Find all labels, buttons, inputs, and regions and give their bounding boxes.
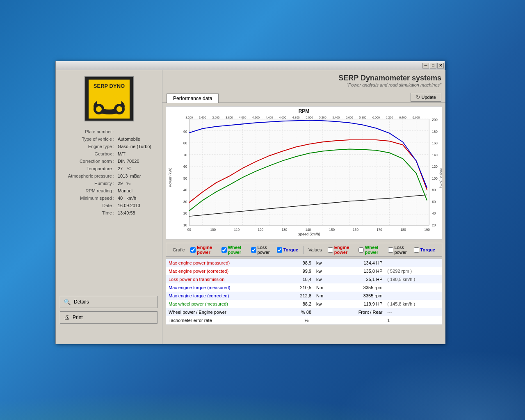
field-label: Type of vehicle : [61,136,116,142]
values-loss-power-checkbox[interactable] [388,247,393,253]
svg-text:6.400: 6.400 [399,116,406,119]
svg-text:10: 10 [183,224,187,227]
svg-text:5.400: 5.400 [332,116,340,119]
value-col: 210,5 [282,283,314,292]
svg-text:70: 70 [183,153,187,157]
value-col: % 88 [282,308,314,316]
app-window: ─ □ ✕ SERP DYNO [55,61,445,344]
svg-text:5.000: 5.000 [306,116,313,119]
grafic-torque-checkbox[interactable] [277,247,282,253]
field-value: 1013 mBar [116,173,157,179]
details-button[interactable]: 🔍 Details [60,296,158,308]
tab-performance-data[interactable]: Performance data [167,94,219,103]
values-loss-power[interactable]: Loss power [388,245,411,255]
svg-text:120: 120 [258,228,263,232]
grafic-engine-power[interactable]: Engine power [190,245,218,255]
svg-text:150: 150 [329,228,335,232]
value-col: 99,9 [282,267,314,275]
grafic-legend-section: Grafic Engine power Wheel power Loss pow… [169,245,301,255]
svg-text:170: 170 [377,228,382,232]
hp-col [335,316,385,324]
svg-text:3.600: 3.600 [212,116,219,119]
extra-col: 1 [385,316,442,324]
values-engine-power-checkbox[interactable] [328,247,333,253]
maximize-button[interactable]: □ [430,63,436,68]
field-label: Time : [61,210,116,216]
svg-text:5.800: 5.800 [359,116,367,119]
svg-text:6.600: 6.600 [413,116,420,119]
svg-text:80: 80 [183,142,187,145]
print-button[interactable]: 🖨 Print [60,311,158,324]
grafic-loss-power-checkbox[interactable] [251,247,256,253]
sidebar: SERP DYNO Plate number : Type of vehicle… [56,70,162,344]
field-value: 27 °C [116,165,157,172]
field-label: Temparature : [61,165,116,172]
extra-col [385,292,442,300]
print-icon: 🖨 [64,314,69,321]
unit-col: Nm [314,292,335,300]
field-label: RPM reading : [61,187,116,194]
svg-text:20: 20 [183,212,187,215]
legend-bar: Grafic Engine power Wheel power Loss pow… [166,243,442,257]
unit-col: kw [314,259,335,267]
title-bar: ─ □ ✕ [56,61,445,70]
grafic-engine-power-checkbox[interactable] [190,247,196,253]
unit-col [314,316,335,324]
legend-divider [303,246,304,254]
svg-text:90: 90 [183,130,187,134]
values-wheel-power[interactable]: Wheel power [358,245,385,255]
table-row: Loss power on transmission 18,4 kw 25,1 … [166,275,442,283]
field-label: Gearbox : [61,151,116,157]
svg-text:190: 190 [424,228,430,232]
table-row: Max wheel power (measured) 88,2 kw 119,9… [166,300,442,308]
values-torque-checkbox[interactable] [414,247,419,253]
hp-col: 25,1 HP [335,275,385,283]
close-button[interactable]: ✕ [437,63,444,68]
search-icon: 🔍 [64,299,71,305]
data-table: Max engine power (measured) 98,9 kw 134,… [166,258,442,325]
extra-col [385,259,442,267]
tab-bar: Performance data ↻ Update [162,91,445,103]
grafic-wheel-power[interactable]: Wheel power [221,245,248,255]
row-label: Max wheel power (measured) [166,300,282,308]
hp-col: 3355 rpm [335,283,385,292]
grafic-wheel-power-checkbox[interactable] [221,247,227,253]
update-button[interactable]: ↻ Update [411,93,441,102]
unit-col [314,308,335,316]
value-col: % - [282,316,314,324]
logo: SERP DYNO [84,76,134,121]
row-label: Tachometer error rate [166,316,282,324]
grafic-loss-power[interactable]: Loss power [251,245,274,255]
unit-col: kw [314,300,335,308]
svg-text:100: 100 [210,228,216,232]
field-value: M/T [116,151,157,157]
hp-col: Front / Rear [335,308,385,316]
field-value: Manuel [116,187,157,194]
grafic-torque[interactable]: Torque [277,247,298,253]
values-torque[interactable]: Torque [414,247,435,253]
svg-text:4.200: 4.200 [252,116,260,119]
table-row: Max engine torque (measured) 210,5 Nm 33… [166,283,442,292]
table-row: Max engine power (corrected) 99,9 kw 135… [166,267,442,275]
field-label: Engine type : [61,143,116,150]
field-label: Minimum speed : [61,195,116,201]
grafic-label: Grafic [173,247,185,252]
svg-text:Speed (km/h): Speed (km/h) [298,232,320,236]
svg-text:5.200: 5.200 [319,116,326,119]
svg-text:200: 200 [432,118,438,122]
refresh-icon: ↻ [416,94,420,100]
table-row: Max engine torque (corrected) 212,8 Nm 3… [166,292,442,300]
svg-text:120: 120 [432,165,438,169]
svg-point-7 [116,106,122,112]
company-title: SERP Dynamometer systems "Power analysis… [338,74,441,87]
company-name: SERP Dynamometer systems [338,74,441,82]
svg-text:130: 130 [281,228,287,232]
field-label: Plate number : [61,128,116,135]
field-value: 13:49:58 [116,210,157,216]
row-label: Loss power on transmission [166,275,282,283]
values-wheel-power-checkbox[interactable] [358,247,364,253]
extra-col: ( 5292 rpm ) [385,267,442,275]
values-engine-power[interactable]: Engine power [328,245,355,255]
svg-text:40: 40 [432,212,436,215]
minimize-button[interactable]: ─ [422,63,429,68]
